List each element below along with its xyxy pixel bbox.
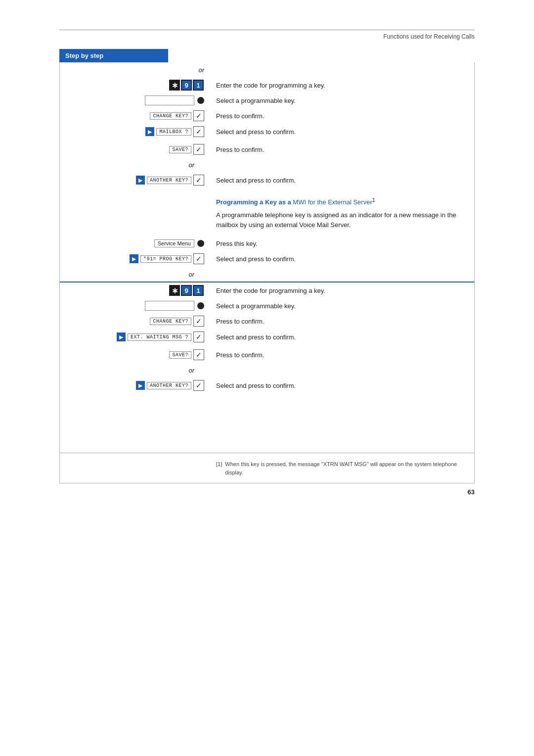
ext-waiting-label: EXT. WAITING MSG ?: [128, 333, 191, 341]
another-key-right-1: Select and press to confirm.: [208, 172, 474, 188]
change-key-right-2: Press to confirm.: [208, 313, 474, 329]
circle-dot-1: [197, 97, 204, 104]
row-save-1: SAVE? ✓ Press to confirm.: [60, 142, 474, 157]
key-9-1: 9: [181, 80, 192, 91]
or-text-4: or: [188, 367, 194, 374]
footnote-text: When this key is pressed, the message "X…: [225, 460, 470, 476]
confirm-another-1: ✓: [193, 175, 204, 186]
row-key-2: ∗ 9 1 Enter the code for programming a k…: [60, 283, 474, 298]
another-key-label-2: ANOTHER KEY?: [147, 382, 191, 389]
confirm-change-key-2: ✓: [193, 316, 204, 327]
confirm-mailbox-1: ✓: [193, 126, 204, 137]
mailbox-left-1: ▶ MAILBOX ? ✓: [60, 124, 208, 140]
another-key-left-2: ▶ ANOTHER KEY? ✓: [60, 378, 208, 393]
row-change-key-2: CHANGE KEY? ✓ Press to confirm.: [60, 313, 474, 329]
empty-right-1: [208, 393, 474, 408]
key-code-left-2: ∗ 9 1: [60, 283, 208, 298]
row-or-1: or: [60, 62, 474, 77]
change-key-left-2: CHANGE KEY? ✓: [60, 313, 208, 329]
confirm-another-2: ✓: [193, 380, 204, 391]
arrow-mailbox-1: ▶: [145, 127, 154, 136]
or-text-3: or: [188, 271, 194, 278]
row-empty-2: [60, 408, 474, 423]
key-code-left-1: ∗ 9 1: [60, 77, 208, 93]
row-or-4: or: [60, 363, 474, 378]
another-key-left-1: ▶ ANOTHER KEY? ✓: [60, 172, 208, 188]
prog-key-menu-left: ▶ *91= PROG KEY? ✓: [60, 251, 208, 267]
arrow-another-1: ▶: [136, 176, 145, 185]
prog-key-left-2: [60, 298, 208, 313]
or-text-2: or: [188, 161, 194, 169]
arrow-ext-waiting: ▶: [117, 332, 126, 341]
row-prog-key-2: Select a programmable key.: [60, 298, 474, 313]
key-1-1: 1: [193, 80, 204, 91]
page-container: Functions used for Receiving Calls Step …: [0, 0, 534, 756]
or-right-2: [208, 157, 474, 172]
key-right-2: Enter the code for programming a key.: [208, 283, 474, 298]
service-menu-right: Press this key.: [208, 236, 474, 251]
row-empty-4: [60, 438, 474, 453]
or-right-1: [208, 62, 474, 77]
prog-header-right: Programming a Key as a MWI for the Exter…: [208, 193, 474, 208]
main-content: Step by step or ∗ 9 1 Enter the code for…: [59, 49, 475, 483]
or-text-1: or: [198, 66, 204, 74]
row-or-3: or: [60, 267, 474, 282]
another-key-label-1: ANOTHER KEY?: [147, 177, 191, 184]
page-number: 63: [0, 488, 475, 496]
prog-key-menu-label: *91= PROG KEY?: [140, 255, 191, 263]
empty-right-3: [208, 423, 474, 438]
mailbox-label-1: MAILBOX ?: [156, 128, 191, 136]
star-key-2: ∗: [169, 285, 180, 296]
confirm-prog-menu: ✓: [193, 253, 204, 264]
ext-waiting-right: Select and press to confirm.: [208, 329, 474, 345]
header-line: [59, 30, 475, 33]
row-prog-key-menu: ▶ *91= PROG KEY? ✓ Select and press to c…: [60, 251, 474, 267]
circle-dot-2: [197, 302, 204, 309]
prog-header-left: [60, 193, 208, 198]
change-key-label-2: CHANGE KEY?: [150, 318, 191, 325]
empty-right-2: [208, 408, 474, 423]
save-left-1: SAVE? ✓: [60, 142, 208, 157]
footnote-marker-text: [1]: [216, 460, 225, 469]
save-right-1: Press to confirm.: [208, 142, 474, 157]
row-ext-waiting: ▶ EXT. WAITING MSG ? ✓ Select and press …: [60, 329, 474, 345]
row-or-2: or: [60, 157, 474, 172]
row-prog-desc: A programmable telephone key is assigned…: [60, 208, 474, 236]
instruction-table: or ∗ 9 1 Enter the code for programming …: [59, 62, 475, 483]
or-left-3: or: [60, 267, 208, 282]
save-label-2: SAVE?: [169, 351, 191, 359]
prog-header-text: Programming a Key as a MWI for the Exter…: [216, 197, 375, 206]
mailbox-right-1: Select and press to confirm.: [208, 124, 474, 140]
or-right-3: [208, 267, 474, 282]
row-another-key-2: ▶ ANOTHER KEY? ✓ Select and press to con…: [60, 378, 474, 393]
step-by-step-header: Step by step: [59, 49, 168, 62]
row-change-key-1: CHANGE KEY? ✓ Press to confirm.: [60, 108, 474, 124]
change-key-left-1: CHANGE KEY? ✓: [60, 108, 208, 124]
or-right-4: [208, 363, 474, 378]
key-9-2: 9: [181, 285, 192, 296]
or-left-4: or: [60, 363, 208, 378]
service-menu-left: Service Menu: [60, 236, 208, 251]
empty-left-3: [60, 423, 208, 438]
or-left-1: or: [60, 62, 208, 77]
row-empty-3: [60, 423, 474, 438]
row-save-2: SAVE? ✓ Press to confirm.: [60, 347, 474, 363]
confirm-ext-waiting: ✓: [193, 331, 204, 342]
footnote-right: [1] When this key is pressed, the messag…: [208, 457, 474, 479]
another-key-right-2: Select and press to confirm.: [208, 378, 474, 393]
change-key-right-1: Press to confirm.: [208, 108, 474, 124]
row-empty-1: [60, 393, 474, 408]
circle-dot-service: [197, 240, 204, 247]
confirm-change-key-1: ✓: [193, 110, 204, 121]
row-mailbox-1: ▶ MAILBOX ? ✓ Select and press to confir…: [60, 124, 474, 140]
star-key-1: ∗: [169, 80, 180, 91]
save-right-2: Press to confirm.: [208, 347, 474, 363]
prog-bold-text: Programming a Key as a: [216, 198, 291, 206]
mwi-link-text: MWI for the External Server: [293, 198, 372, 206]
arrow-prog-menu: ▶: [130, 254, 138, 263]
row-key-1: ∗ 9 1 Enter the code for programming a k…: [60, 77, 474, 93]
row-prog-header: Programming a Key as a MWI for the Exter…: [60, 188, 474, 208]
key-right-1: Enter the code for programming a key.: [208, 77, 474, 93]
prog-key-input-1: [145, 95, 194, 105]
or-left-2: or: [60, 157, 208, 172]
